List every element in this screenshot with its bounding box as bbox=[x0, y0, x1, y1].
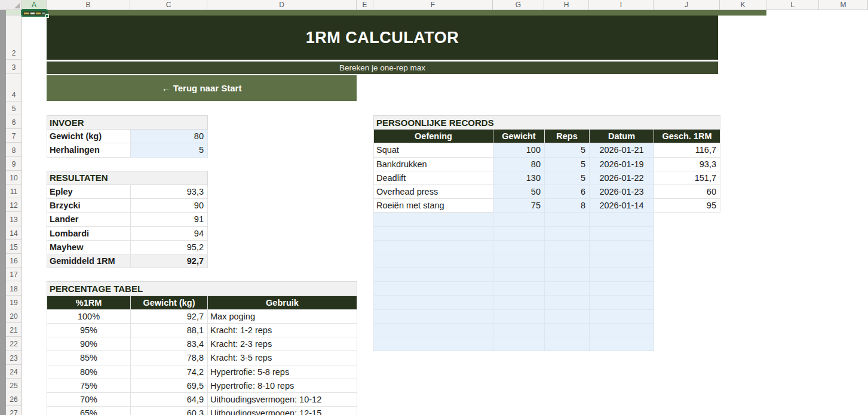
row-header-25[interactable]: 25 bbox=[6, 379, 22, 392]
reps-cell[interactable]: 8 bbox=[545, 199, 590, 213]
empty-cell[interactable] bbox=[493, 268, 545, 282]
formula-value-cell[interactable]: 95,2 bbox=[131, 240, 208, 254]
weight-cell[interactable]: 130 bbox=[493, 171, 545, 185]
pct-cell[interactable]: 75% bbox=[47, 379, 131, 392]
selected-cell-a1[interactable] bbox=[22, 10, 48, 17]
exercise-cell[interactable]: Overhead press bbox=[374, 185, 493, 198]
column-header-E[interactable]: E bbox=[357, 0, 373, 10]
weight-cell[interactable]: 78,8 bbox=[131, 351, 208, 365]
empty-cell[interactable] bbox=[590, 213, 654, 226]
empty-cell[interactable] bbox=[654, 226, 720, 240]
row-header-8[interactable]: 8 bbox=[6, 143, 22, 156]
column-header-A[interactable]: A bbox=[22, 0, 47, 10]
weight-cell[interactable]: 64,9 bbox=[131, 392, 208, 406]
empty-cell[interactable] bbox=[545, 282, 590, 296]
pct-cell[interactable]: 100% bbox=[47, 309, 131, 323]
column-header-pct[interactable]: %1RM bbox=[47, 296, 131, 309]
row-header-18[interactable]: 18 bbox=[6, 281, 22, 295]
input-value-cell[interactable]: 80 bbox=[131, 130, 208, 143]
empty-cell[interactable] bbox=[374, 282, 493, 296]
column-header-M[interactable]: M bbox=[819, 0, 868, 10]
usage-cell[interactable]: Max poging bbox=[208, 309, 357, 323]
column-header-B[interactable]: B bbox=[47, 0, 130, 10]
weight-cell[interactable]: 69,5 bbox=[131, 379, 208, 392]
usage-cell[interactable]: Hypertrofie: 8-10 reps bbox=[208, 379, 357, 392]
weight-cell[interactable]: 74,2 bbox=[131, 365, 208, 379]
empty-cell[interactable] bbox=[545, 240, 590, 254]
formula-value-cell[interactable]: 93,3 bbox=[131, 185, 208, 198]
row-header-6[interactable]: 6 bbox=[6, 115, 22, 129]
usage-cell[interactable]: Kracht: 1-2 reps bbox=[208, 323, 357, 337]
date-cell[interactable]: 2026-01-22 bbox=[590, 171, 654, 185]
exercise-cell[interactable]: Squat bbox=[374, 143, 493, 157]
row-header-3[interactable]: 3 bbox=[6, 60, 22, 74]
empty-cell[interactable] bbox=[654, 254, 720, 268]
empty-cell[interactable] bbox=[654, 309, 720, 323]
empty-cell[interactable] bbox=[654, 268, 720, 282]
reps-cell[interactable]: 6 bbox=[545, 185, 590, 198]
empty-cell[interactable] bbox=[374, 213, 493, 226]
weight-cell[interactable]: 100 bbox=[493, 143, 545, 157]
est-1rm-cell[interactable]: 116,7 bbox=[654, 143, 720, 157]
formula-value-cell[interactable]: 90 bbox=[131, 199, 208, 213]
exercise-cell[interactable]: Bankdrukken bbox=[374, 157, 493, 171]
date-cell[interactable]: 2026-01-19 bbox=[590, 157, 654, 171]
pct-cell[interactable]: 70% bbox=[47, 392, 131, 406]
pct-cell[interactable]: 65% bbox=[47, 407, 131, 415]
formula-label-cell[interactable]: Epley bbox=[47, 185, 131, 198]
formula-label-cell[interactable]: Lander bbox=[47, 213, 131, 226]
records-section-title[interactable]: PERSOONLIJKE RECORDS bbox=[374, 116, 720, 130]
top-accent-row[interactable] bbox=[47, 10, 766, 16]
weight-cell[interactable]: 88,1 bbox=[131, 323, 208, 337]
column-header-oefening[interactable]: Oefening bbox=[374, 130, 493, 143]
formula-label-cell[interactable]: Lombardi bbox=[47, 226, 131, 240]
weight-cell[interactable]: 75 bbox=[493, 199, 545, 213]
empty-cell[interactable] bbox=[590, 282, 654, 296]
empty-cell[interactable] bbox=[545, 309, 590, 323]
empty-cell[interactable] bbox=[590, 323, 654, 337]
column-header-J[interactable]: J bbox=[654, 0, 720, 10]
pct-cell[interactable]: 95% bbox=[47, 323, 131, 337]
row-header-17[interactable]: 17 bbox=[6, 268, 22, 281]
column-header-gebruik[interactable]: Gebruik bbox=[208, 296, 357, 309]
empty-cell[interactable] bbox=[545, 254, 590, 268]
exercise-cell[interactable]: Roeiën met stang bbox=[374, 199, 493, 213]
column-header-I[interactable]: I bbox=[589, 0, 654, 10]
formula-value-cell[interactable]: 91 bbox=[131, 213, 208, 226]
row-header-23[interactable]: 23 bbox=[6, 351, 22, 364]
date-cell[interactable]: 2026-01-23 bbox=[590, 185, 654, 198]
row-header-10[interactable]: 10 bbox=[6, 171, 22, 185]
pct-cell[interactable]: 85% bbox=[47, 351, 131, 365]
empty-cell[interactable] bbox=[374, 268, 493, 282]
reps-cell[interactable]: 5 bbox=[545, 157, 590, 171]
column-header-datum[interactable]: Datum bbox=[590, 130, 654, 143]
row-header-19[interactable]: 19 bbox=[6, 296, 22, 309]
est-1rm-cell[interactable]: 93,3 bbox=[654, 157, 720, 171]
empty-cell[interactable] bbox=[493, 296, 545, 309]
empty-cell[interactable] bbox=[590, 240, 654, 254]
column-header-gewicht[interactable]: Gewicht (kg) bbox=[131, 296, 208, 309]
empty-cell[interactable] bbox=[374, 323, 493, 337]
empty-cell[interactable] bbox=[374, 296, 493, 309]
row-header-22[interactable]: 22 bbox=[6, 337, 22, 351]
row-header-2[interactable]: 2 bbox=[6, 16, 22, 60]
empty-cell[interactable] bbox=[654, 337, 720, 351]
reps-cell[interactable]: 5 bbox=[545, 171, 590, 185]
column-header-K[interactable]: K bbox=[720, 0, 766, 10]
date-cell[interactable]: 2026-01-14 bbox=[590, 199, 654, 213]
select-all-corner[interactable] bbox=[0, 0, 22, 10]
empty-cell[interactable] bbox=[374, 337, 493, 351]
row-header-26[interactable]: 26 bbox=[6, 392, 22, 406]
back-to-start-button[interactable]: ← Terug naar Start bbox=[47, 75, 357, 101]
empty-cell[interactable] bbox=[493, 282, 545, 296]
empty-cell[interactable] bbox=[654, 323, 720, 337]
weight-cell[interactable]: 60,3 bbox=[131, 407, 208, 415]
formula-label-cell[interactable]: Mayhew bbox=[47, 240, 131, 254]
est-1rm-cell[interactable]: 95 bbox=[654, 199, 720, 213]
empty-cell[interactable] bbox=[493, 254, 545, 268]
empty-cell[interactable] bbox=[590, 296, 654, 309]
weight-cell[interactable]: 83,4 bbox=[131, 337, 208, 351]
empty-cell[interactable] bbox=[374, 226, 493, 240]
formula-label-cell[interactable]: Brzycki bbox=[47, 199, 131, 213]
row-header-20[interactable]: 20 bbox=[6, 309, 22, 323]
